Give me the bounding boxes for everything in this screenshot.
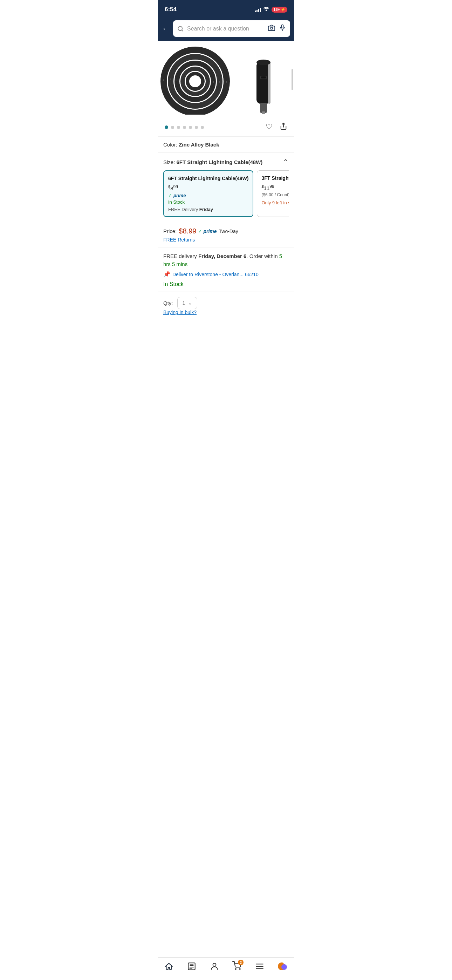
size-option-2-stock: Only 9 left in stock - order soon. (261, 200, 289, 205)
share-icon[interactable] (280, 123, 287, 132)
product-image-left (158, 41, 233, 118)
svg-point-18 (256, 60, 271, 65)
product-image-right (233, 41, 295, 118)
in-stock-main: In Stock (163, 281, 289, 287)
svg-line-1 (181, 30, 183, 31)
svg-rect-2 (268, 26, 275, 30)
search-input-box[interactable]: Search or ask a question (173, 20, 290, 37)
price-amount: $8.99 (179, 227, 196, 235)
price-row: Price: $8.99 ✓ prime Two-Day (163, 227, 289, 235)
price-section: Price: $8.99 ✓ prime Two-Day FREE Return… (158, 222, 294, 247)
image-dots (165, 126, 204, 129)
bulk-text: Buying in bulk? (163, 310, 197, 315)
size-option-2-name: 3FT Straight Type-C Braided Cable (261, 175, 289, 181)
status-bar: 6:54 16+⚡ (158, 0, 294, 18)
prime-badge: ✓ prime (198, 229, 216, 234)
size-option-1-name: 6FT Straight Lightning Cable(48W) (168, 175, 248, 181)
delivery-date: Friday, December 6 (198, 253, 246, 259)
dot-7[interactable] (201, 126, 204, 129)
bulk-buying-link[interactable]: Buying in bulk? (163, 309, 289, 315)
deliver-to-row[interactable]: 📌 Deliver to Riverstone - Overlan... 662… (163, 271, 289, 278)
two-day-label: Two-Day (219, 229, 238, 234)
size-option-1-price: $899 (168, 185, 248, 191)
search-bar-container: ← Search or ask a question (158, 18, 294, 41)
status-icons: 16+⚡ (255, 7, 287, 13)
dot-2[interactable] (171, 126, 174, 129)
qty-chevron-icon: ⌄ (188, 301, 192, 305)
size-option-2-per-count: ($6.00 / Count) (261, 192, 289, 197)
deliver-to-text: Deliver to Riverstone - Overlan... 66210 (172, 272, 259, 277)
price-label: Price: (163, 228, 177, 234)
svg-rect-3 (271, 27, 272, 29)
status-time: 6:54 (165, 6, 177, 13)
location-icon: 📌 (163, 271, 170, 278)
product-action-icons: ♡ (266, 123, 287, 132)
search-icon (177, 25, 184, 32)
scroll-indicator (291, 69, 293, 90)
size-option-1-prime: ✓ prime (168, 193, 248, 198)
size-options-list: 6FT Straight Lightning Cable(48W) $899 ✓… (163, 170, 289, 222)
dot-1[interactable] (165, 126, 168, 129)
search-actions (268, 24, 286, 33)
delivery-text: FREE delivery Friday, December 6. Order … (163, 252, 289, 268)
color-section: Color: Zinc Alloy Black (158, 137, 294, 153)
order-within-text: . Order within (246, 253, 279, 259)
free-returns-text: FREE Returns (163, 237, 195, 243)
microphone-icon[interactable] (279, 24, 286, 33)
product-image-area (158, 41, 294, 118)
battery-indicator: 16+⚡ (272, 7, 287, 13)
svg-rect-16 (260, 103, 267, 113)
qty-section: Qty: 1 ⌄ Buying in bulk? (158, 292, 294, 319)
camera-icon[interactable] (268, 24, 275, 33)
size-option-1-stock: In Stock (168, 199, 248, 205)
size-option-2[interactable]: 3FT Straight Type-C Braided Cable $1199 … (257, 170, 289, 217)
free-delivery-prefix: FREE delivery (163, 253, 198, 259)
dot-6[interactable] (195, 126, 198, 129)
svg-rect-17 (262, 111, 265, 114)
search-placeholder: Search or ask a question (187, 25, 264, 32)
size-section: Size: 6FT Straight Lightning Cable(48W) … (158, 153, 294, 222)
svg-rect-20 (261, 76, 266, 78)
qty-dropdown[interactable]: 1 ⌄ (177, 297, 197, 309)
dot-4[interactable] (183, 126, 186, 129)
prime-logo: prime (203, 229, 216, 234)
wifi-icon (263, 7, 269, 12)
qty-label: Qty: (163, 300, 173, 306)
size-option-1[interactable]: 6FT Straight Lightning Cable(48W) $899 ✓… (163, 170, 253, 217)
svg-rect-4 (282, 25, 283, 28)
color-value: Zinc Alloy Black (179, 142, 219, 148)
free-returns-link[interactable]: FREE Returns (163, 237, 289, 243)
wishlist-icon[interactable]: ♡ (266, 123, 272, 132)
delivery-section: FREE delivery Friday, December 6. Order … (158, 247, 294, 292)
qty-row: Qty: 1 ⌄ (163, 297, 289, 309)
size-label: Size: (163, 159, 177, 165)
back-button[interactable]: ← (162, 24, 170, 33)
qty-value: 1 (183, 300, 185, 306)
svg-point-10 (188, 73, 203, 89)
prime-check-sm-icon: ✓ (198, 229, 202, 234)
size-option-2-price: $1199 (261, 184, 289, 191)
image-dots-row: ♡ (158, 118, 294, 137)
size-chevron-icon[interactable]: ⌃ (283, 158, 289, 166)
prime-check-icon-1: ✓ (168, 193, 172, 198)
dot-3[interactable] (177, 126, 180, 129)
size-selected-value: 6FT Straight Lightning Cable(48W) (177, 159, 263, 165)
size-option-1-delivery: FREE Delivery Friday (168, 207, 248, 212)
size-header[interactable]: Size: 6FT Straight Lightning Cable(48W) … (163, 158, 289, 166)
color-label: Color: (163, 142, 179, 148)
dot-5[interactable] (189, 126, 192, 129)
signal-icon (255, 7, 261, 12)
svg-rect-15 (268, 62, 271, 104)
prime-label-1: prime (173, 193, 186, 198)
